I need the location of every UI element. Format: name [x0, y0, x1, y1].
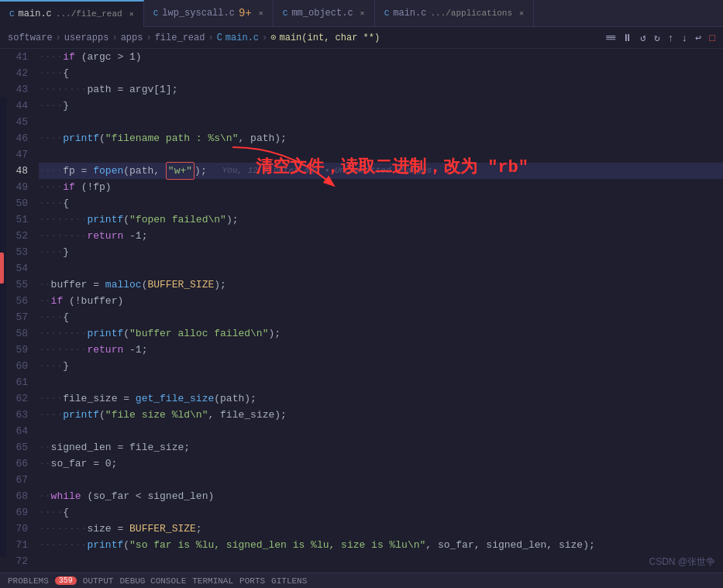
toolbar-square-icon[interactable]: □ — [709, 33, 715, 44]
status-bar: PROBLEMS 359 OUTPUT DEBUG CONSOLE TERMIN… — [0, 573, 723, 588]
ln-70: 70 — [11, 521, 28, 537]
fn-printf: printf — [87, 211, 123, 228]
status-problems[interactable]: PROBLEMS — [8, 576, 49, 586]
ln-66: 66 — [11, 456, 28, 472]
code-line-59: ········ return -1; — [39, 342, 723, 358]
breadcrumb-userapps[interactable]: userapps — [64, 33, 109, 43]
code-line-48: ···· fp = fopen (path, "w+" ); You, 12 m… — [39, 163, 723, 179]
ln-47: 47 — [11, 146, 28, 163]
code-line-67 — [39, 472, 723, 488]
tab-main-c-applications[interactable]: C main.c .../applications ✕ — [375, 0, 534, 27]
ln-46: 46 — [11, 130, 28, 146]
code-line-71: ········ printf ( "so far is %lu, signed… — [39, 537, 723, 553]
toolbar-refresh-icon[interactable]: ↺ — [640, 32, 646, 44]
code-text: } — [63, 98, 69, 114]
tab-bar: C main.c .../file_read ✕ C lwp_syscall.c… — [0, 0, 723, 27]
code-text: { — [63, 309, 69, 325]
ln-52: 52 — [11, 228, 28, 244]
code-line-63: ···· printf ( "file size %ld\n" , file_s… — [39, 407, 723, 423]
toolbar-menu-icon[interactable]: ≡≡ — [605, 33, 615, 44]
ln-41: 41 — [11, 49, 28, 65]
code-text: -1; — [123, 342, 147, 358]
status-output[interactable]: OUTPUT — [83, 576, 114, 586]
toolbar-up-icon[interactable]: ↑ — [668, 33, 674, 44]
breadcrumb-sep-3: › — [146, 33, 151, 43]
code-line-68: ·· while (so_far < signed_len) — [39, 488, 723, 504]
str-so-far: "so far is %lu, signed_len is %lu, size … — [129, 537, 425, 553]
code-line-55: ·· buffer = malloc ( BUFFER_SIZE ); — [39, 277, 723, 293]
tab-lwp-syscall[interactable]: C lwp_syscall.c 9+ ✕ — [144, 0, 274, 27]
code-line-57: ···· { — [39, 309, 723, 325]
code-line-42: ···· { — [39, 65, 723, 81]
breadcrumb-file-read[interactable]: file_read — [155, 33, 205, 43]
indent-dots: ···· — [39, 49, 63, 65]
code-line-66: ·· so_far = 0; — [39, 456, 723, 472]
code-text: -1; — [123, 228, 147, 244]
code-text: { — [63, 504, 69, 521]
code-text: { — [63, 65, 69, 81]
status-debug-console[interactable]: DEBUG CONSOLE — [119, 576, 186, 586]
indent-dots: ···· — [39, 407, 63, 423]
toolbar-redo-icon[interactable]: ↻ — [654, 32, 660, 44]
close-icon-4[interactable]: ✕ — [519, 9, 524, 18]
status-terminal[interactable]: TERMINAL — [192, 576, 233, 586]
toolbar: ≡≡ ⏸ ↺ ↻ ↑ ↓ ↩ □ — [605, 27, 715, 49]
toolbar-undo-icon[interactable]: ↩ — [695, 32, 701, 44]
indent-dots: ········ — [39, 211, 87, 228]
code-line-52: ········ return -1; — [39, 228, 723, 244]
code-line-43: ········ path = argv[1]; — [39, 81, 723, 98]
kw-if: if — [63, 179, 75, 195]
tab-label-4: main.c — [393, 8, 426, 19]
kw-return: return — [87, 342, 123, 358]
code-line-50: ···· { — [39, 195, 723, 211]
close-icon-3[interactable]: ✕ — [360, 9, 365, 18]
breadcrumb-func[interactable]: main(int, char **) — [280, 33, 380, 43]
indent-dots: ·· — [39, 293, 51, 309]
indent-dots: ···· — [39, 179, 63, 195]
code-content[interactable]: ···· if (argc > 1) ···· { ········ path … — [33, 49, 723, 573]
code-line-65: ·· signed_len = file_size; — [39, 439, 723, 456]
status-gitlens[interactable]: GITLENS — [271, 576, 307, 586]
code-text: ( — [142, 277, 148, 293]
breadcrumb-main-c[interactable]: main.c — [226, 33, 259, 43]
code-text: (path); — [214, 390, 256, 407]
code-line-41: ···· if (argc > 1) — [39, 49, 723, 65]
tab-main-c-file-read[interactable]: C main.c .../file_read ✕ — [0, 0, 144, 27]
code-text: ( — [123, 211, 129, 228]
problems-count: 359 — [55, 576, 77, 585]
macro-buffer-size: BUFFER_SIZE — [147, 277, 214, 293]
toolbar-pause-icon[interactable]: ⏸ — [622, 33, 632, 44]
code-text: (argc > 1) — [75, 49, 142, 65]
ln-65: 65 — [11, 439, 28, 456]
modified-indicator: 9+ — [239, 7, 252, 19]
code-text: fp = — [63, 163, 93, 179]
indent-dots: ···· — [39, 65, 63, 81]
ln-68: 68 — [11, 488, 28, 504]
indent-dots: ········ — [39, 81, 87, 98]
breadcrumb-apps[interactable]: apps — [121, 33, 143, 43]
indent-dots: ···· — [39, 390, 63, 407]
fn-printf: printf — [87, 325, 123, 342]
indent-dots: ········ — [39, 537, 87, 553]
code-line-60: ···· } — [39, 358, 723, 374]
code-text: ( — [99, 407, 105, 423]
breadcrumb-sep-2: › — [112, 33, 117, 43]
tab-label-2: lwp_syscall.c — [162, 8, 235, 19]
ln-67: 67 — [11, 472, 28, 488]
close-icon[interactable]: ✕ — [129, 9, 134, 19]
str-filename: "filename path : %s\n" — [105, 130, 239, 146]
toolbar-down-icon[interactable]: ↓ — [682, 33, 688, 44]
indent-dots: ········ — [39, 342, 87, 358]
close-icon-2[interactable]: ✕ — [259, 9, 263, 18]
indent-dots: ···· — [39, 130, 63, 146]
ln-60: 60 — [11, 358, 28, 374]
git-blame-text: You, 12 minutes ago • Uncommitted change… — [222, 163, 432, 179]
code-line-53: ···· } — [39, 244, 723, 260]
indent-dots: ········ — [39, 325, 87, 342]
code-line-61 — [39, 374, 723, 390]
status-ports[interactable]: PORTS — [239, 576, 265, 586]
breadcrumb-software[interactable]: software — [8, 33, 53, 43]
tab-mm-object[interactable]: C mm_object.c ✕ — [274, 0, 375, 27]
ln-42: 42 — [11, 65, 28, 81]
kw-return: return — [87, 228, 123, 244]
